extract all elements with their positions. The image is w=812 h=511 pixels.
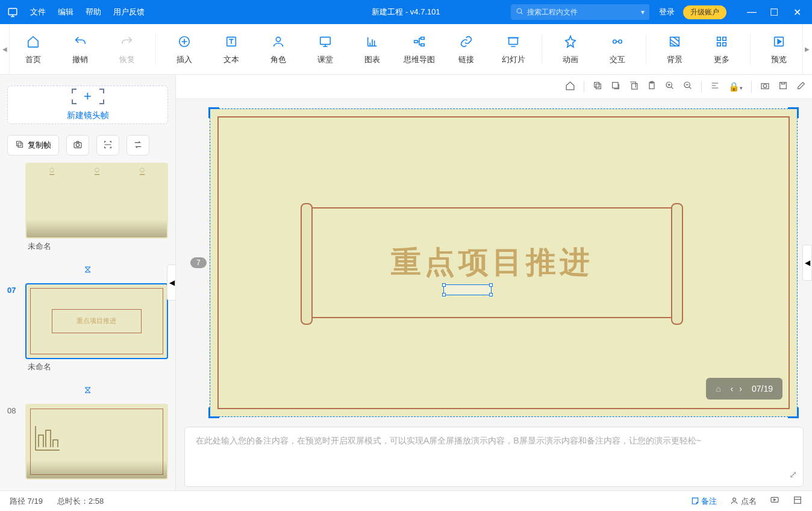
login-link[interactable]: 登录 [659,7,675,17]
mindmap-icon [411,34,427,49]
transition-icon[interactable]: ⧖ [7,384,168,395]
duplicate-icon[interactable] [611,81,620,92]
svg-point-33 [733,498,736,501]
new-frame-button[interactable]: + 新建镜头帧 [7,86,168,124]
maximize-button[interactable]: ☐ [770,7,778,18]
home-icon[interactable]: ⌂ [716,384,720,393]
edit-icon[interactable] [796,81,806,92]
svg-rect-7 [421,37,425,39]
slide-button[interactable]: 幻灯片 [490,24,537,75]
chart-button[interactable]: 图表 [349,24,396,75]
menu-bar: 文件 编辑 帮助 用户反馈 [30,7,145,17]
class-button[interactable]: 课堂 [302,24,349,75]
slide-thumbnail[interactable] [25,404,168,480]
camera-button[interactable] [66,135,89,155]
canvas-toolbar: 🔒▾ [176,75,812,99]
canvas[interactable]: 重点项目推进 ⌂ ‹› 07/19 [210,108,798,417]
insert-button[interactable]: 插入 [161,24,208,75]
notes-toggle[interactable]: 备注 [691,496,717,507]
thumb-title: 重点项目推进 [52,309,142,333]
upgrade-button[interactable]: 升级账户 [683,5,726,19]
svg-rect-25 [632,84,637,89]
expand-icon[interactable]: ⤢ [789,469,797,480]
lock-icon[interactable]: 🔒▾ [728,81,743,92]
close-button[interactable]: ✕ [793,7,801,18]
slide-thumbnail[interactable]: 重点项目推进 [25,283,168,359]
slide-icon [505,34,521,49]
stack-icon[interactable] [629,81,639,92]
zoom-out-icon[interactable] [683,81,693,92]
next-icon[interactable]: › [739,384,742,393]
minimize-button[interactable]: — [747,7,755,18]
copy-icon[interactable] [593,81,602,92]
svg-rect-24 [613,83,618,88]
rollcall-button[interactable]: 点名 [730,496,757,507]
svg-rect-19 [17,142,22,146]
menu-feedback[interactable]: 用户反馈 [113,7,145,17]
undo-button[interactable]: 撤销 [57,24,104,75]
text-icon [223,34,239,49]
slide-item[interactable]: ◯━━◯━━◯━━ 未命名 [7,163,168,252]
svg-point-10 [613,40,617,43]
svg-rect-9 [509,37,518,44]
svg-rect-35 [795,497,801,504]
redo-icon [119,34,135,49]
page-indicator: ⌂ ‹› 07/19 [706,378,782,400]
interact-icon [610,34,625,49]
menu-file[interactable]: 文件 [30,7,46,17]
swap-button[interactable] [126,135,149,155]
svg-rect-8 [421,43,425,46]
toolbar-scroll-right[interactable]: ▶ [802,24,812,75]
svg-rect-6 [414,40,418,43]
svg-rect-32 [780,83,787,89]
menu-edit[interactable]: 编辑 [58,7,73,17]
scroll-box[interactable]: 重点项目推进 [304,207,679,318]
prev-icon[interactable]: ‹ [731,384,734,393]
titlebar: 文件 编辑 帮助 用户反馈 新建工程 - v4.7.101 搜索工程内文件 ▾ … [0,0,812,24]
svg-rect-18 [18,143,23,148]
chevron-down-icon[interactable]: ▾ [641,8,645,16]
redo-button[interactable]: 恢复 [104,24,151,75]
role-button[interactable]: 角色 [255,24,302,75]
svg-rect-23 [595,83,599,87]
zoom-in-icon[interactable] [665,81,675,92]
paste-icon[interactable] [647,81,657,92]
slide-thumbnail[interactable]: ◯━━◯━━◯━━ [25,163,168,239]
search-input[interactable]: 搜索工程内文件 ▾ [511,4,649,20]
selection-handle[interactable] [443,284,492,295]
slide-item[interactable]: 07 重点项目推进 未命名 [7,283,168,372]
slide-item[interactable]: 08 [7,404,168,480]
present-icon[interactable] [770,495,779,507]
align-icon[interactable] [710,81,720,92]
menu-help[interactable]: 帮助 [86,7,101,17]
svg-point-21 [76,143,79,146]
notes-placeholder: 在此处输入您的备注内容，在预览时开启双屏模式，可以实现A屏全屏播放演示内容，B屏… [196,436,701,445]
home-icon[interactable] [565,81,575,93]
export-icon[interactable] [778,81,788,92]
mindmap-button[interactable]: 思维导图 [396,24,443,75]
svg-point-11 [619,40,622,43]
svg-rect-5 [320,37,331,44]
svg-rect-0 [8,8,17,15]
toolbar-scroll-left[interactable]: ◀ [0,24,10,75]
transition-icon[interactable]: ⧖ [7,264,168,275]
link-button[interactable]: 链接 [443,24,490,75]
copy-frame-button[interactable]: 复制帧 [7,135,59,155]
text-button[interactable]: 文本 [208,24,255,75]
home-button[interactable]: 首页 [10,24,57,75]
interact-button[interactable]: 交互 [594,24,641,75]
scan-button[interactable] [96,135,119,155]
focus-corners-icon: + [72,89,104,104]
bg-button[interactable]: 背景 [651,24,698,75]
panel-collapse-button[interactable]: ◀ [802,245,812,281]
more-button[interactable]: 更多 [698,24,745,75]
screenshot-icon[interactable] [760,81,770,92]
slide-title-text[interactable]: 重点项目推进 [391,242,593,283]
anim-button[interactable]: 动画 [547,24,594,75]
preview-button[interactable]: 预览 [755,24,802,75]
sidebar-collapse-button[interactable]: ◀ [167,265,176,301]
layout-icon[interactable] [793,495,802,507]
slide-label: 未命名 [25,241,168,252]
svg-point-1 [517,8,522,13]
notes-area[interactable]: 在此处输入您的备注内容，在预览时开启双屏模式，可以实现A屏全屏播放演示内容，B屏… [184,427,804,487]
